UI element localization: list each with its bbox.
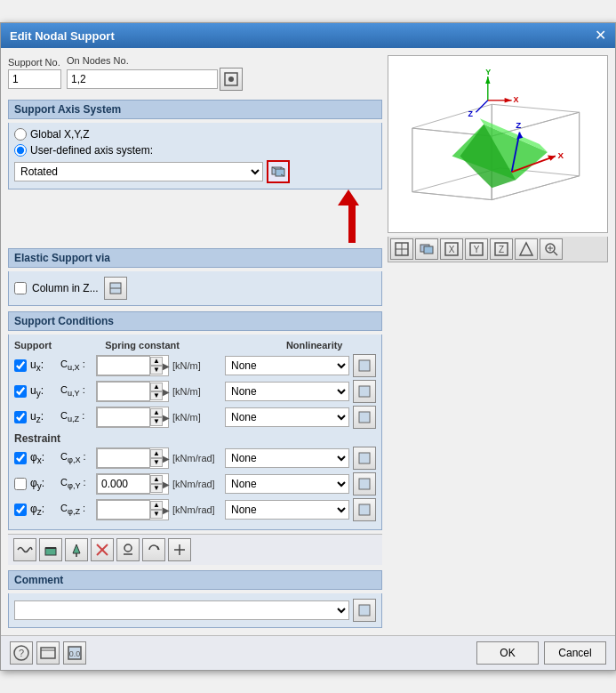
toolbar-btn-3[interactable] [65, 538, 88, 561]
phiy-spring-input[interactable] [97, 474, 150, 494]
uy-spring-input[interactable] [97, 382, 150, 401]
uz-row: uz: Cu,Z : ▲ ▼ ▶ [kN/m] None [14, 406, 376, 429]
view-btn-2[interactable] [415, 238, 438, 260]
comment-row [14, 599, 376, 622]
phiz-nonlin-select[interactable]: None [225, 500, 349, 520]
phix-arrow: ▶ [163, 454, 168, 463]
phiz-spring-wrap: ▲ ▼ ▶ [96, 499, 169, 520]
uz-spin-up[interactable]: ▲ [150, 408, 163, 417]
ux-spin-up[interactable]: ▲ [150, 357, 163, 366]
close-button[interactable]: ✕ [595, 28, 606, 43]
elastic-support-content: Column in Z... [8, 271, 382, 306]
restraint-label: Restraint [14, 432, 376, 445]
phiy-spring-wrap: ▲ ▼ ▶ [96, 473, 169, 495]
top-fields-row: Support No. On Nodes No. [8, 55, 382, 91]
ux-nonlin-select[interactable]: None [225, 356, 349, 375]
nodes-no-input[interactable] [67, 69, 218, 89]
ux-nonlin-button[interactable] [353, 354, 376, 377]
nodes-no-label: On Nodes No. [67, 55, 243, 66]
ux-spin-down[interactable]: ▼ [150, 366, 163, 375]
phiz-row: φz: Cφ,Z : ▲ ▼ ▶ [kNm/rad] None [14, 498, 376, 521]
uz-nonlin-button[interactable] [353, 406, 376, 429]
phix-spring-input[interactable] [97, 448, 150, 468]
uz-arrow: ▶ [163, 413, 168, 423]
ux-checkbox[interactable] [14, 359, 27, 372]
toolbar-btn-2[interactable] [39, 538, 62, 561]
uy-checkbox[interactable] [14, 385, 27, 398]
toolbar-btn-1[interactable] [13, 538, 36, 561]
export-button[interactable]: 0.0 [63, 641, 86, 665]
uy-nonlin-select[interactable]: None [225, 382, 349, 401]
uz-spring-input[interactable] [97, 407, 150, 427]
uy-spin-down[interactable]: ▼ [150, 391, 163, 400]
phix-row: φx: Cφ,X : ▲ ▼ ▶ [kNm/rad] None [14, 447, 376, 470]
view-btn-y[interactable]: Y [465, 238, 488, 260]
toolbar-btn-6[interactable] [142, 538, 165, 561]
phiy-checkbox[interactable] [14, 478, 27, 490]
axis-system-select[interactable]: Rotated Global X,Y,Z [14, 162, 263, 181]
help-button[interactable]: ? [10, 641, 33, 665]
global-radio[interactable] [14, 128, 27, 141]
cux-label: Cu,X : [60, 359, 92, 372]
svg-rect-26 [359, 605, 370, 616]
phiz-spin-up[interactable]: ▲ [150, 501, 163, 510]
phix-unit: [kNm/rad] [172, 453, 221, 463]
comment-select[interactable] [14, 600, 349, 620]
phiy-label: φy: [30, 477, 57, 491]
uz-nonlin-select[interactable]: None [225, 407, 349, 427]
ok-button[interactable]: OK [476, 641, 539, 665]
nodes-select-button[interactable] [220, 68, 243, 91]
svg-rect-56 [424, 246, 433, 254]
svg-text:X: X [449, 245, 455, 254]
uz-checkbox[interactable] [14, 411, 27, 423]
uz-label: uz: [30, 410, 57, 424]
support-no-input[interactable] [8, 69, 61, 89]
phiy-nonlin-button[interactable] [353, 472, 376, 496]
uy-spin-up[interactable]: ▲ [150, 383, 163, 391]
view-btn-zoom-fit[interactable] [540, 238, 563, 260]
phix-nonlin-button[interactable] [353, 447, 376, 470]
dialog-title: Edit Nodal Support [10, 29, 115, 43]
cancel-button[interactable]: Cancel [544, 641, 606, 665]
phiy-nonlin-select[interactable]: None [225, 474, 349, 494]
phiz-checkbox[interactable] [14, 504, 27, 516]
phiz-spin-down[interactable]: ▼ [150, 510, 163, 519]
phix-spring-wrap: ▲ ▼ ▶ [96, 447, 169, 469]
user-defined-radio[interactable] [14, 144, 27, 157]
uz-spin-down[interactable]: ▼ [150, 417, 163, 426]
phiy-spin-down[interactable]: ▼ [150, 484, 163, 493]
global-radio-label: Global X,Y,Z [30, 128, 89, 141]
phix-spin-btns: ▲ ▼ [150, 449, 163, 467]
uz-spin-btns: ▲ ▼ [150, 408, 163, 426]
toolbar-btn-7[interactable] [168, 538, 191, 561]
svg-rect-11 [359, 412, 370, 423]
phiy-spin-up[interactable]: ▲ [150, 475, 163, 484]
phix-nonlin-select[interactable]: None [225, 448, 349, 468]
axis-edit-button[interactable] [267, 160, 290, 183]
phix-checkbox[interactable] [14, 452, 27, 464]
svg-rect-9 [359, 360, 370, 371]
column-z-button[interactable] [104, 277, 127, 300]
toolbar-btn-5[interactable] [116, 538, 140, 561]
uy-nonlin-button[interactable] [353, 380, 376, 403]
info-button[interactable] [36, 641, 60, 665]
phiy-unit: [kNm/rad] [172, 479, 221, 489]
phiz-spring-input[interactable] [97, 500, 150, 520]
uz-spring-wrap: ▲ ▼ ▶ [96, 407, 169, 428]
ux-spring-input[interactable] [97, 356, 150, 375]
view-btn-x[interactable]: X [440, 238, 463, 260]
phix-spin-up[interactable]: ▲ [150, 449, 163, 458]
view-btn-1[interactable] [390, 238, 413, 260]
3d-viewer: Z X Y X Z [388, 55, 608, 233]
comment-button[interactable] [353, 599, 376, 622]
phix-spin-down[interactable]: ▼ [150, 458, 163, 467]
phiz-nonlin-button[interactable] [353, 498, 376, 521]
toolbar-btn-4[interactable] [91, 538, 114, 561]
axis-radio-group: Global X,Y,Z User-defined axis system: [14, 128, 376, 157]
column-z-checkbox[interactable] [14, 282, 27, 294]
view-btn-z[interactable]: Z [490, 238, 513, 260]
phiz-arrow: ▶ [163, 505, 168, 515]
support-no-group: Support No. [8, 57, 61, 89]
conditions-col-headers: Support Spring constant Nonlinearity [14, 340, 376, 351]
view-btn-perspective[interactable] [515, 238, 538, 260]
